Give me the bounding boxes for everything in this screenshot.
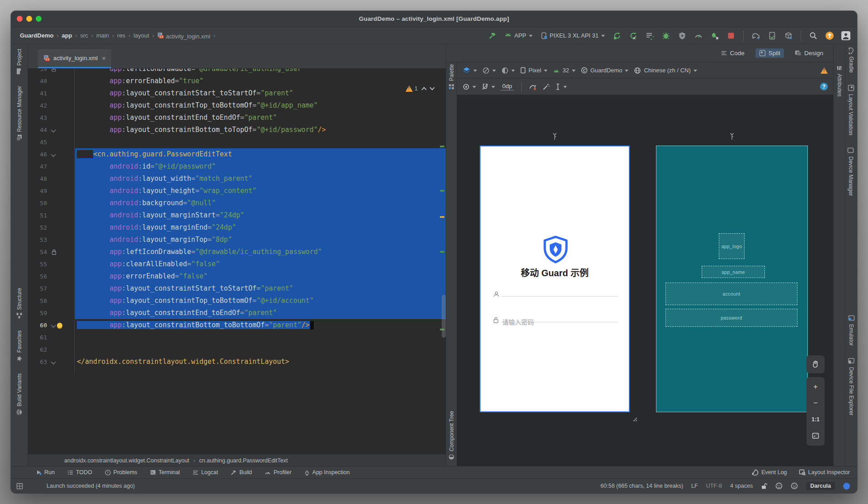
- blueprint-box-account[interactable]: account: [665, 283, 797, 305]
- code-line-42[interactable]: 42 app:layout_constraintTop_toBottomOf="…: [28, 99, 446, 112]
- tool-window-terminal[interactable]: Terminal: [150, 469, 180, 476]
- code-line-43[interactable]: 43 app:layout_constraintEnd_toEndOf="par…: [28, 112, 446, 124]
- apply-changes-button[interactable]: [611, 30, 623, 41]
- theme-name[interactable]: Darcula: [806, 482, 835, 490]
- code-line-56[interactable]: 56 app:errorEnabled="false": [28, 270, 446, 283]
- sidebar-item-layout-validation[interactable]: Layout Validation: [848, 85, 854, 135]
- code-editor[interactable]: 39 app:leftIconDrawable="@drawable/ic_au…: [28, 69, 446, 454]
- line-separator[interactable]: LF: [691, 483, 698, 489]
- code-line-49[interactable]: 49 android:layout_height="wrap_content": [28, 185, 446, 197]
- blueprint-box-password[interactable]: password: [665, 309, 797, 327]
- build-hammer-icon[interactable]: [486, 30, 498, 41]
- profiler-button[interactable]: [693, 30, 704, 41]
- render-warning-icon[interactable]: [821, 67, 828, 74]
- design-preview[interactable]: 移动 Guard 示例 请输入密码: [480, 146, 630, 412]
- code-line-39[interactable]: 39 app:leftIconDrawable="@drawable/ic_au…: [28, 69, 446, 75]
- orientation-select[interactable]: [482, 67, 496, 74]
- path-crumb[interactable]: androidx.constraintlayout.widget.Constra…: [64, 457, 189, 464]
- close-button[interactable]: [17, 16, 23, 22]
- unlock-icon[interactable]: [761, 483, 767, 490]
- blueprint-preview[interactable]: app_logoapp_nameaccountpassword: [656, 146, 808, 412]
- breadcrumb-item[interactable]: res: [117, 32, 125, 39]
- mode-split[interactable]: Split: [755, 48, 784, 58]
- resize-handle[interactable]: [631, 415, 638, 422]
- zoom-button[interactable]: [36, 16, 42, 22]
- tool-window-profiler[interactable]: Profiler: [264, 469, 292, 476]
- code-line-41[interactable]: 41 app:layout_constraintStart_toStartOf=…: [28, 87, 446, 99]
- minimize-button[interactable]: [26, 16, 32, 22]
- upgrade-assistant-icon[interactable]: [824, 30, 835, 41]
- code-line-40[interactable]: 40 app:errorEnabled="true": [28, 75, 446, 87]
- locale-select[interactable]: Chinese (zh / CN): [634, 67, 697, 74]
- zoom-fit-button[interactable]: [807, 428, 825, 444]
- editor-scrollbar[interactable]: [442, 295, 446, 338]
- api-level-select[interactable]: 32: [553, 67, 575, 74]
- preview-device-select[interactable]: Pixel: [520, 67, 547, 74]
- view-options-select[interactable]: [462, 84, 476, 90]
- code-line-58[interactable]: 58 app:layout_constraintTop_toBottomOf="…: [28, 295, 446, 307]
- sidebar-item-structure[interactable]: Structure: [16, 288, 23, 319]
- sidebar-item-favorites[interactable]: Favorites: [16, 330, 23, 362]
- code-line-54[interactable]: 54 app:leftIconDrawable="@drawable/ic_au…: [28, 246, 446, 258]
- theme-select[interactable]: CGuardDemo: [581, 67, 629, 74]
- blueprint-box-app_name[interactable]: app_name: [702, 266, 765, 278]
- clear-constraints-button[interactable]: [529, 83, 537, 90]
- sidebar-item-project[interactable]: Project: [16, 49, 23, 74]
- inspection-widget[interactable]: 1: [406, 85, 434, 92]
- code-line-60[interactable]: 60 app:layout_constraintBottom_toBottomO…: [28, 319, 446, 331]
- surface-select[interactable]: [462, 67, 477, 74]
- sidebar-item-build-variants[interactable]: Build Variants: [16, 373, 23, 415]
- device-select[interactable]: PIXEL 3 XL API 31: [539, 31, 607, 40]
- attach-profiler-icon[interactable]: [676, 30, 688, 41]
- code-line-57[interactable]: 57 app:layout_constraintStart_toStartOf=…: [28, 283, 446, 295]
- run-config-select[interactable]: APP: [503, 31, 534, 40]
- infer-constraints-button[interactable]: [542, 83, 550, 90]
- sidebar-item-resource-manager[interactable]: Resource Manager: [16, 86, 23, 141]
- blueprint-box-app_logo[interactable]: app_logo: [719, 233, 745, 259]
- sidebar-item-emulator[interactable]: Emulator: [848, 315, 854, 346]
- default-margin-select[interactable]: 0dp: [500, 83, 514, 90]
- fold-marker-icon[interactable]: [51, 359, 56, 364]
- code-line-47[interactable]: 47 android:id="@+id/password": [28, 160, 446, 173]
- tool-window-layout-inspector[interactable]: Layout Inspector: [799, 469, 850, 476]
- code-line-48[interactable]: 48 android:layout_width="match_parent": [28, 173, 446, 185]
- profile-avatar[interactable]: [840, 30, 852, 41]
- intention-bulb-icon[interactable]: [57, 323, 62, 328]
- code-line-46[interactable]: 46 <cn.authing.guard.PasswordEditText: [28, 148, 446, 160]
- tool-window-switcher-icon[interactable]: [16, 483, 23, 490]
- autoconnect-toggle[interactable]: [481, 83, 495, 90]
- tool-window-problems[interactable]: Problems: [105, 469, 137, 476]
- device-manager-button[interactable]: [766, 30, 778, 41]
- zoom-out-button[interactable]: −: [807, 395, 825, 411]
- code-line-44[interactable]: 44 app:layout_constraintBottom_toTopOf="…: [28, 124, 446, 136]
- sidebar-item-device-file-explorer[interactable]: Device File Explorer: [848, 358, 854, 415]
- fold-marker-icon[interactable]: [51, 152, 56, 157]
- mode-design[interactable]: Design: [791, 48, 827, 58]
- sidebar-item-device-manager[interactable]: Device Manager: [848, 147, 854, 196]
- search-icon[interactable]: [807, 30, 819, 41]
- design-canvas[interactable]: 移动 Guard 示例 请输入密码: [457, 95, 833, 466]
- tool-window-run[interactable]: Run: [36, 469, 55, 476]
- prev-warning-icon[interactable]: [421, 87, 426, 92]
- tool-window-todo[interactable]: TODO: [67, 469, 92, 476]
- code-line-61[interactable]: 61: [28, 331, 446, 344]
- pack-select[interactable]: [555, 83, 567, 90]
- sdk-manager-button[interactable]: [783, 30, 794, 41]
- help-button[interactable]: ?: [820, 83, 828, 90]
- frown-icon[interactable]: [791, 482, 798, 490]
- code-line-50[interactable]: 50 android:background="@null": [28, 197, 446, 209]
- zoom-actual-button[interactable]: 1:1: [807, 411, 825, 428]
- attach-debugger-button[interactable]: [709, 30, 721, 41]
- sidebar-item-gradle[interactable]: Gradle: [848, 48, 855, 73]
- breadcrumb-item[interactable]: layout: [133, 32, 149, 39]
- tool-window-event-log[interactable]: Event Log: [752, 469, 787, 476]
- breadcrumb-item[interactable]: main: [96, 32, 109, 39]
- fold-marker-icon[interactable]: [51, 127, 56, 132]
- close-tab-icon[interactable]: ×: [102, 54, 106, 62]
- tab-attributes[interactable]: Attributes: [836, 65, 843, 97]
- stop-button[interactable]: [725, 30, 737, 41]
- apply-code-changes-button[interactable]: A: [627, 30, 639, 41]
- tool-window-build[interactable]: Build: [231, 469, 252, 476]
- tool-window-app-inspection[interactable]: App Inspection: [304, 469, 350, 476]
- code-line-55[interactable]: 55 app:clearAllEnabled="false": [28, 258, 446, 270]
